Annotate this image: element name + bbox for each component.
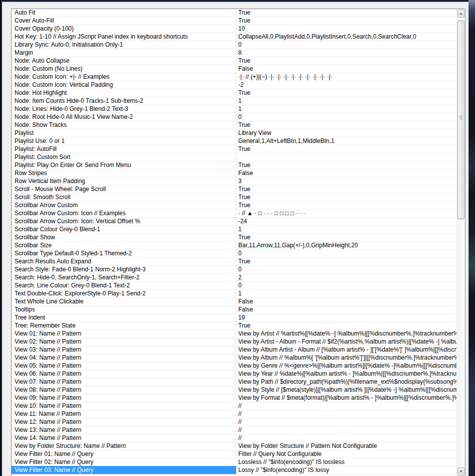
table-row[interactable]: View 10: Name // Pattern // [12,402,456,410]
vertical-scrollbar[interactable]: ▲ ▼ [456,9,465,476]
table-row[interactable]: View 01: Name // Pattern View by Artist … [12,330,456,338]
table-row[interactable]: View 11: Name // Pattern // [12,410,456,418]
property-value-cell: True [236,186,456,193]
table-row[interactable]: Node: Item Counts Hide-0 Tracks-1 Sub-It… [12,97,456,105]
table-row[interactable]: View 07: Name // Pattern View by Path //… [12,378,456,386]
table-row[interactable]: Row Vertical Item Padding 3 [12,178,456,186]
property-name-cell: Library Sync: Auto-0, Initialisation Onl… [12,41,236,49]
table-row[interactable]: View Filter 03: Name // Query Lossy // "… [12,466,456,474]
table-row[interactable]: Row Stripes False [12,170,456,178]
table-row[interactable]: Cover Opacity (0-100) 10 [12,25,456,33]
property-value-cell: 8 [236,49,456,57]
property-value-cell: 0 [236,266,456,273]
property-name-cell: Node: Hot Highlight [12,89,236,97]
property-value-cell: // [236,410,456,418]
table-row[interactable]: Scroll - Mouse Wheel: Page Scroll True [12,186,456,194]
property-name-cell: View 14: Name // Pattern [12,434,236,442]
table-row[interactable]: Tree: Remember State True [12,322,456,330]
property-name-cell: Scroll - Mouse Wheel: Page Scroll [12,186,236,193]
table-row[interactable]: View 12: Name // Pattern // [12,418,456,426]
property-value-cell: View by Genre // %<genre>%|[%album artis… [236,362,456,370]
table-row[interactable]: Search Style: Fade-0 Blend-1 Norm-2 High… [12,266,456,274]
property-table-rows: Auto Fit True Cover Auto-Fill True Cover… [12,9,456,476]
property-name-cell: Playlist: Custom Sort [12,153,236,161]
property-name-cell: Node: Lines: Hide-0 Grey-1 Blend-2 Text-… [12,105,236,113]
table-row[interactable]: View 02: Name // Pattern View by Artist … [12,338,456,346]
table-row[interactable]: Hot Key: 1-10 // Assign JScript Panel in… [12,33,456,41]
property-value-cell: View by Artist - Album - Format // $if2(… [236,338,456,346]
property-value-cell: 1 [236,97,456,105]
property-value-cell: True [236,9,456,17]
property-name-cell: Row Stripes [12,170,236,177]
table-row[interactable]: Margin 8 [12,49,456,57]
property-name-cell: Search Results Auto Expand [12,258,236,265]
table-row[interactable]: View 05: Name // Pattern View by Genre /… [12,362,456,370]
property-name-cell: View 04: Name // Pattern [12,354,236,362]
property-name-cell: View 06: Name // Pattern [12,370,236,378]
table-row[interactable]: Node: Show Tracks True [12,121,456,129]
table-row[interactable]: Scrollbar Colour Grey-0 Blend-1 1 [12,226,456,234]
table-row[interactable]: Search: Hide-0, SearchOnly-1, Search+Fil… [12,274,456,282]
table-row[interactable]: Node: Lines: Hide-0 Grey-1 Blend-2 Text-… [12,105,456,113]
property-value-cell: View by Album // %album%[ '[%album artis… [236,354,456,362]
table-row[interactable]: Playlist: AutoFill True [12,145,456,153]
table-row[interactable]: Scroll: Smooth Scroll True [12,194,456,202]
table-row[interactable]: Search: Line Colour: Grey-0 Blend-1 Text… [12,282,456,290]
scroll-up-button[interactable]: ▲ [457,10,464,18]
property-name-cell: Row Vertical Item Padding [12,178,236,185]
property-value-cell: View by Year // %date%|[%album artist% -… [236,370,456,378]
table-row[interactable]: Scrollbar Arrow Custom True [12,202,456,210]
table-row[interactable]: Tooltips False [12,306,456,314]
table-row[interactable]: Tree Indent 19 [12,314,456,322]
property-name-cell: Node: Root Hide-0 All Music-1 View Name-… [12,113,236,121]
table-row[interactable]: View Filter 01: Name // Query Filter // … [12,450,456,458]
table-row[interactable]: View 03: Name // Pattern View by Album A… [12,346,456,354]
table-row[interactable]: Node: Custom Icon: Vertical Padding -2 [12,81,456,89]
property-value-cell: 0 [236,113,456,121]
table-row[interactable]: Scrollbar Arrow Custom: Icon // Examples… [12,210,456,218]
table-row[interactable]: View by Folder Structure: Name // Patter… [12,442,456,450]
table-row[interactable]: Playlist: Custom Sort [12,153,456,162]
table-row[interactable]: Node: Root Hide-0 All Music-1 View Name-… [12,113,456,121]
table-row[interactable]: View Filter 02: Name // Query Lossless /… [12,458,456,466]
scrollbar-thumb[interactable] [457,21,464,219]
property-value-cell: True [236,121,456,129]
property-name-cell: Search Style: Fade-0 Blend-1 Norm-2 High… [12,266,236,273]
table-row[interactable]: Node: Custom (No Lines) False [12,65,456,73]
table-row[interactable]: Cover Auto-Fill True [12,17,456,25]
property-value-cell: -24 [236,218,456,225]
table-row[interactable]: Search Results Auto Expand True [12,258,456,266]
scroll-down-button[interactable]: ▼ [457,467,464,475]
property-name-cell: Node: Custom Icon: Vertical Padding [12,81,236,89]
property-value-cell: View by Path // $directory_path(%path%)|… [236,378,456,386]
property-value-cell: CollapseAll,0,PlaylistAdd,0,PlaylistInse… [236,33,456,41]
table-row[interactable]: Node: Custom Icon: +|- // Examples ·|· /… [12,73,456,81]
property-value-cell: 1 [236,105,456,113]
table-row[interactable]: View 06: Name // Pattern View by Year //… [12,370,456,378]
property-name-cell: Node: Custom (No Lines) [12,65,236,73]
table-row[interactable]: Text Double-Click: ExplorerStyle-0 Play-… [12,290,456,298]
table-row[interactable]: Node: Hot Highlight True [12,89,456,97]
table-row[interactable]: View 13: Name // Pattern // [12,426,456,434]
table-row[interactable]: View 04: Name // Pattern View by Album /… [12,354,456,362]
table-row[interactable]: Scrollbar Size Bar,11,Arrow,11,Gap(+/-),… [12,242,456,250]
table-row[interactable]: View 14: Name // Pattern // [12,434,456,442]
table-row[interactable]: Scrollbar Show True [12,234,456,242]
table-row[interactable]: Scrollbar Type Default-0 Styled-1 Themed… [12,250,456,258]
table-row[interactable]: Scrollbar Arrow Custom: Icon: Vertical O… [12,218,456,226]
table-row[interactable]: Text Whole Line Clickable False [12,298,456,306]
table-row[interactable]: Playlist Library View [12,129,456,137]
property-value-cell: Lossless // "$info(encoding)" IS lossles… [236,458,456,466]
table-row[interactable]: View 08: Name // Pattern View by Style /… [12,386,456,394]
table-row[interactable]: Node: Auto Collapse True [12,57,456,65]
thumb-grip-icon [459,116,462,119]
table-row[interactable]: Library Sync: Auto-0, Initialisation Onl… [12,41,456,49]
property-value-cell: False [236,306,456,313]
table-row[interactable]: View 09: Name // Pattern View by Format … [12,394,456,402]
table-row[interactable]: Playlist: Play On Enter Or Send From Men… [12,162,456,170]
table-row[interactable]: Playlist Use: 0 or 1 General,1,Alt+LeftB… [12,137,456,145]
table-row[interactable]: Auto Fit True [12,9,456,17]
property-name-cell: Scrollbar Show [12,234,236,241]
property-name-cell: Playlist: Play On Enter Or Send From Men… [12,162,236,169]
property-value-cell: 3 [236,178,456,185]
